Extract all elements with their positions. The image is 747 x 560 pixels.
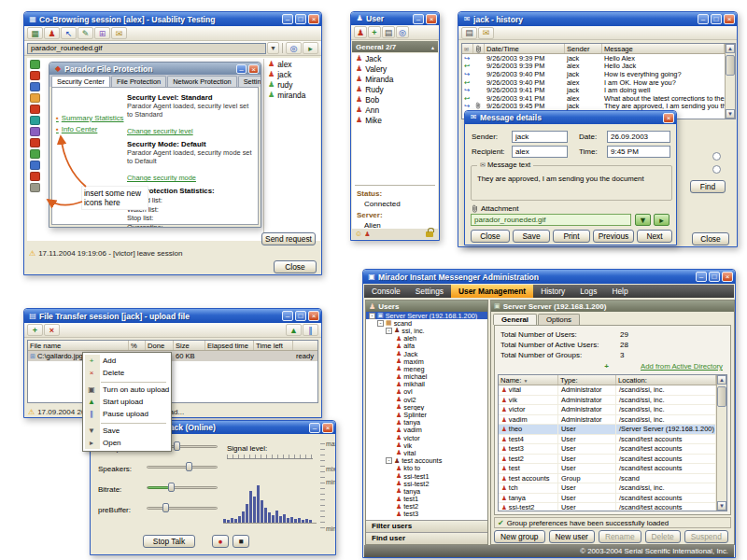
history-scrollbar[interactable]: ▲ ▼ [725,44,735,119]
column-attachment[interactable] [473,44,485,53]
user-list-item[interactable]: ♟ Valery [352,63,438,74]
history-row[interactable]: ↩ 9/26/2003 9:39 PM alex Hello Jack [462,63,725,71]
column-size[interactable]: Size [174,341,205,350]
attachment-save-icon[interactable]: ▼ [635,214,651,226]
column-direction[interactable]: ✉ [462,44,473,53]
context-menu-item[interactable]: ▼ Save [84,425,170,437]
pointer-icon[interactable]: ↖ [61,27,77,39]
user-panel-close-button[interactable]: × [426,14,437,24]
admin-user-row[interactable]: ♟tanya User /scand/test accounts [499,494,716,504]
change-security-mode-link[interactable]: Change security mode [127,174,196,182]
prebuffer-slider[interactable] [147,503,218,512]
tree-user-node[interactable]: ♟ maxim [366,357,487,365]
context-menu-item[interactable]: ▲ Start upload [84,396,170,408]
tree-scand-node[interactable]: - ▦ scand [366,319,487,327]
tree-user-node[interactable]: ♟ victor [366,434,487,441]
details-close-button[interactable]: × [663,113,674,123]
sidebar-tool-icon[interactable] [30,93,40,103]
expander-icon[interactable]: - [386,328,392,334]
transfer-minimize-button[interactable]: – [282,311,293,321]
tree-user-node[interactable]: ♟ kto to [366,465,487,472]
history-minimize-button[interactable]: – [698,14,709,24]
sidebar-tool-icon[interactable] [30,82,40,91]
attachment-field[interactable]: parador_rouneded.gif [471,214,631,226]
details-close-button2[interactable]: Close [471,230,510,243]
sidebar-tool-icon[interactable] [30,60,40,69]
details-next-button[interactable]: Next [637,230,672,243]
history-row[interactable]: ↪ 9/26/2003 9:41 PM jack I am doing well [462,86,725,94]
history-row[interactable]: ↪ 9/26/2003 9:45 PM jack They are approv… [462,103,725,111]
user-panel-titlebar[interactable]: ♟ User – × [351,12,439,25]
history-close-button[interactable]: × [724,14,735,24]
tree-user-node[interactable]: ♟ Splinter [366,411,487,418]
admin-user-row[interactable]: ♟test3 User /scand/test accounts [499,444,716,455]
sidebar-tool-icon[interactable] [30,116,40,125]
scroll-down-icon[interactable]: ▼ [717,501,726,511]
groups-list-icon[interactable]: ▤ [382,26,395,38]
cobrowse-maximize-button[interactable]: □ [295,14,306,24]
stop-button[interactable]: ■ [233,535,249,548]
tree-user-node[interactable]: ♟ vadim [366,427,487,434]
context-menu-item[interactable]: × Delete [84,367,170,379]
admin-menu-item[interactable]: Help [604,285,635,298]
tree-test-group-node[interactable]: - ♟ test accounts [366,457,487,465]
sidebar-tool-icon[interactable] [30,161,40,170]
history-titlebar[interactable]: ✉ jack - history – □ × [458,12,737,26]
column-status[interactable] [293,341,317,350]
start-upload-icon[interactable]: ▲ [286,324,302,336]
tree-user-node[interactable]: ♟ tanya [366,487,487,495]
add-from-ad-link[interactable]: Add from Active Directory [641,362,723,371]
tree-user-node[interactable]: ♟ alfa [366,343,487,350]
pause-upload-icon[interactable]: ∥ [303,324,318,336]
audio-minimize-button[interactable]: – [309,423,320,433]
scroll-up-icon[interactable]: ▲ [717,375,726,385]
scroll-thumb[interactable] [726,55,735,76]
cobrowse-minimize-button[interactable]: – [282,14,293,24]
add-user-icon[interactable]: ♟ [354,26,367,38]
admin-menu-item[interactable]: User Management [451,285,533,298]
parador-close-button[interactable]: × [248,64,259,74]
server-tab[interactable]: Options [538,314,580,325]
column-timeleft[interactable]: Time left [254,341,293,350]
details-previous-button[interactable]: Previous [593,230,634,243]
send-mail-icon[interactable]: ✉ [111,27,127,39]
column-location[interactable]: Location: [616,375,716,385]
details-print-button[interactable]: Print [553,230,590,243]
column-name[interactable]: Name: ▼ [499,375,558,385]
admin-menu-item[interactable]: Settings [408,285,451,298]
admin-user-row[interactable]: ♟vadim Administrator /scand/ssi, inc. [499,415,716,426]
find-button[interactable]: Find [690,180,726,193]
tree-user-node[interactable]: ♟ michael [366,373,487,381]
new-contact-icon[interactable]: + [368,26,381,38]
cobrowse-close-session-button[interactable]: Close [274,260,317,273]
admin-action-button[interactable]: New user [549,530,595,543]
change-security-level-link[interactable]: Change security level [127,127,193,135]
context-menu-item[interactable]: ▸ Open [84,437,170,449]
scroll-down-icon[interactable]: ▼ [726,109,735,119]
search-direction-radio[interactable] [712,165,721,174]
tree-user-node[interactable]: ♟ Jack [366,350,487,357]
admin-action-button[interactable]: Rename [599,530,641,543]
sender-field[interactable]: jack [512,131,568,143]
tree-ssi-group-node[interactable]: - ♟ ssi, inc. [366,327,487,334]
delete-file-icon[interactable]: × [44,324,60,336]
admin-menu-item[interactable]: History [533,285,572,298]
tree-root-node[interactable]: - ▣ Server Server (192.168.1.200) [366,312,487,319]
admin-menu-item[interactable]: Console [364,285,408,298]
admin-user-row[interactable]: ♟theo User /Server Server (192.168.1.200… [499,425,716,435]
browse-search-icon[interactable]: ◎ [286,42,302,54]
history-row[interactable]: ↩ 9/26/2003 9:41 PM alex What about the … [462,94,725,103]
user-list-item[interactable]: ♟ Rudy [352,84,438,94]
history-row[interactable]: ↩ 9/26/2003 9:40 PM alex I am OK. How ar… [462,78,725,87]
transfer-titlebar[interactable]: ▤ File Transfer session [jack] - upload … [24,309,321,323]
column-percent[interactable]: % [129,341,146,350]
column-message[interactable]: Message [602,44,725,53]
context-menu-item[interactable]: ▣ Turn on auto upload [84,384,170,396]
details-save-button[interactable]: Save [513,230,550,243]
time-field[interactable]: 9:45 PM [607,146,670,158]
admin-minimize-button[interactable]: – [696,272,707,282]
admin-action-button[interactable]: New group [494,530,545,543]
collapse-chevron-icon[interactable]: ▴ [431,44,434,50]
admin-user-row[interactable]: ♟victor Administrator /scand/ssi, inc. [499,405,716,415]
admin-titlebar[interactable]: ▣ Mirador Instant Messenger Administrati… [363,270,735,284]
